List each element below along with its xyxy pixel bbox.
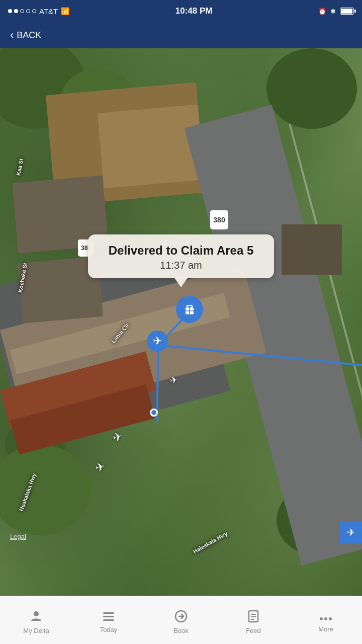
dot-5 [32, 9, 36, 13]
svg-point-9 [34, 611, 39, 616]
svg-rect-12 [103, 619, 114, 621]
menu-icon [102, 611, 115, 622]
navigation-bar: ‹ BACK [0, 22, 362, 48]
person-icon [30, 610, 43, 623]
battery-indicator [340, 8, 354, 15]
field-patch-2 [98, 105, 204, 189]
feed-icon [247, 610, 260, 625]
svg-rect-11 [103, 616, 114, 617]
today-icon [102, 611, 115, 624]
svg-rect-10 [103, 612, 114, 614]
highway-shield-1: 380 [210, 210, 228, 229]
callout-bubble: Delivered to Claim Area 5 11:37 am [88, 234, 274, 278]
tab-book[interactable]: Book [145, 606, 217, 634]
callout-time: 11:37 am [100, 260, 262, 271]
current-position-dot [150, 409, 158, 417]
more-icon [319, 611, 332, 623]
tab-label-more: More [318, 625, 333, 633]
map-area[interactable]: Delivered to Claim Area 5 11:37 am ✈ Kaa… [0, 48, 362, 596]
tab-feed[interactable]: Feed [217, 606, 290, 634]
book-icon [174, 610, 188, 625]
tab-more[interactable]: More [290, 607, 362, 633]
battery-fill [341, 9, 352, 14]
dot-3 [20, 9, 24, 13]
tab-bar: My Delta Today Book [0, 596, 362, 644]
luggage-icon [182, 301, 198, 317]
tab-label-my-delta: My Delta [23, 627, 49, 634]
tab-my-delta[interactable]: My Delta [0, 606, 72, 634]
tab-label-book: Book [173, 627, 189, 634]
my-delta-icon [30, 610, 43, 625]
svg-point-18 [320, 617, 323, 620]
back-button[interactable]: ‹ BACK [10, 29, 41, 42]
legal-link[interactable]: Legal [10, 533, 26, 540]
bluetooth-icon: ✱ [330, 8, 336, 15]
tab-today[interactable]: Today [72, 607, 145, 633]
alarm-icon: ⏰ [318, 8, 326, 15]
arrow-circle-icon [174, 610, 188, 623]
carrier-label: AT&T [39, 7, 58, 16]
svg-rect-8 [191, 314, 193, 315]
veg-patch [266, 48, 357, 129]
ellipsis-icon [319, 616, 332, 621]
callout-title: Delivered to Claim Area 5 [100, 244, 262, 258]
dot-2 [14, 9, 18, 13]
parking-lot-3 [282, 224, 342, 275]
dot-4 [26, 9, 30, 13]
svg-rect-7 [187, 314, 188, 315]
tab-label-today: Today [100, 626, 118, 633]
signal-dots [8, 9, 36, 13]
luggage-circle [176, 296, 203, 323]
svg-point-19 [324, 617, 327, 620]
status-time: 10:48 PM [175, 6, 213, 16]
svg-point-20 [329, 617, 332, 620]
tab-label-feed: Feed [246, 627, 261, 634]
dot-1 [8, 9, 12, 13]
back-arrow-icon: ‹ [10, 29, 14, 42]
back-label: BACK [17, 30, 41, 41]
airplane-pin: ✈ [146, 330, 168, 352]
status-right: ⏰ ✱ [318, 8, 354, 15]
document-icon [247, 610, 260, 623]
edge-marker-right: ✈ [340, 521, 362, 543]
status-left: AT&T 📶 [8, 7, 69, 16]
luggage-pin [175, 295, 204, 324]
status-bar: AT&T 📶 10:48 PM ⏰ ✱ [0, 0, 362, 22]
airplane-circle: ✈ [147, 331, 168, 352]
wifi-icon: 📶 [61, 7, 69, 15]
